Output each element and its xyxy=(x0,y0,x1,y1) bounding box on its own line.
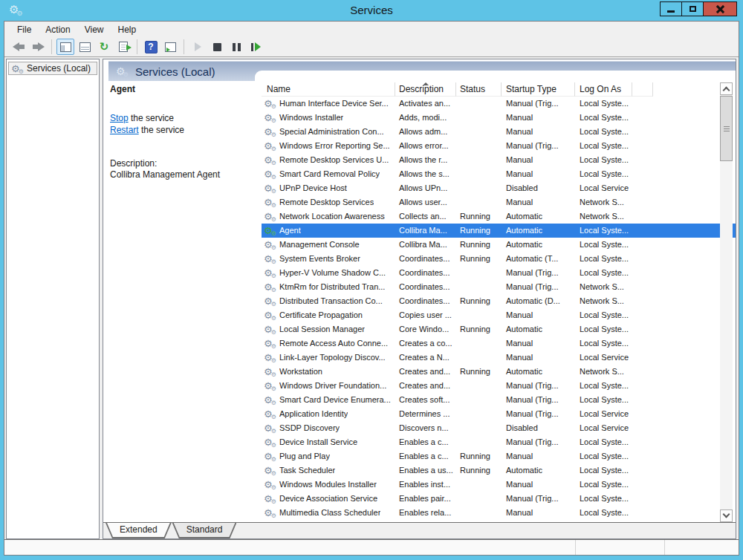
statusbar-cell xyxy=(664,540,739,555)
menu-file[interactable]: File xyxy=(10,23,39,36)
menu-action[interactable]: Action xyxy=(39,23,77,36)
pause-service-button[interactable] xyxy=(227,39,245,55)
properties-button[interactable] xyxy=(76,39,94,55)
blank-cell xyxy=(632,463,653,478)
service-startup-type: Disabled xyxy=(502,421,575,435)
service-row-workstation[interactable]: ⚙WorkstationCreates and...RunningAutomat… xyxy=(262,365,736,379)
service-description: Allows adm... xyxy=(395,125,456,139)
service-row-application-identity[interactable]: ⚙Application IdentityDetermines ...Manua… xyxy=(262,407,736,421)
refresh-button[interactable]: ↻ xyxy=(95,39,113,55)
service-row-remote-desktop-services[interactable]: ⚙Remote Desktop ServicesAllows user...Ma… xyxy=(262,195,736,209)
service-startup-type: Manual xyxy=(502,195,575,209)
service-row-network-location-awareness[interactable]: ⚙Network Location AwarenessCollects an..… xyxy=(262,209,736,224)
service-description: Enables a c... xyxy=(395,449,456,463)
service-gear-icon: ⚙ xyxy=(264,480,276,489)
blank-cell xyxy=(632,449,653,463)
service-row-ssdp-discovery[interactable]: ⚙SSDP DiscoveryDiscovers n...DisabledLoc… xyxy=(262,421,736,435)
service-row-plug-and-play[interactable]: ⚙Plug and PlayEnables a c...RunningManua… xyxy=(262,449,736,463)
tree-item-services-local[interactable]: ⚙ Services (Local) xyxy=(8,62,97,75)
menu-view[interactable]: View xyxy=(78,23,111,36)
close-button[interactable] xyxy=(703,1,737,16)
show-action-pane-button[interactable] xyxy=(161,39,179,55)
service-row-local-session-manager[interactable]: ⚙Local Session ManagerCore Windo...Runni… xyxy=(262,322,736,336)
service-row-agent[interactable]: ⚙AgentCollibra Ma...RunningAutomaticLoca… xyxy=(262,224,736,238)
column-header-description[interactable]: Description xyxy=(395,82,456,97)
service-gear-icon: ⚙ xyxy=(264,395,276,405)
services-gears-icon: ⚙ xyxy=(9,3,19,16)
help-button[interactable]: ? xyxy=(142,39,160,55)
service-row-windows-error-reporting-se[interactable]: ⚙Windows Error Reporting Se...Allows err… xyxy=(262,139,736,153)
restart-service-link[interactable]: Restart xyxy=(110,125,139,135)
service-logon-as: Local Syste... xyxy=(575,492,632,506)
service-status: Running xyxy=(456,365,502,379)
service-logon-as: Local Syste... xyxy=(575,238,632,252)
service-row-device-association-service[interactable]: ⚙Device Association ServiceEnables pair.… xyxy=(262,492,736,506)
show-console-tree-button[interactable] xyxy=(56,39,74,55)
menubar: FileActionViewHelp xyxy=(4,22,739,37)
restart-service-button[interactable] xyxy=(247,39,265,55)
service-logon-as: Local Syste... xyxy=(575,463,632,478)
close-icon xyxy=(716,5,724,13)
service-name: Device Association Service xyxy=(279,492,377,506)
tab-extended[interactable]: Extended xyxy=(106,523,172,538)
toolbar: ↻ ? xyxy=(4,37,739,57)
menu-help[interactable]: Help xyxy=(111,23,144,36)
blank-cell xyxy=(632,435,653,449)
stop-service-link[interactable]: Stop xyxy=(110,113,129,123)
stop-service-button[interactable] xyxy=(208,39,226,55)
service-row-windows-driver-foundation[interactable]: ⚙Windows Driver Foundation...Creates and… xyxy=(262,379,736,393)
tab-standard[interactable]: Standard xyxy=(172,523,237,538)
column-header-name[interactable]: Name xyxy=(262,82,395,97)
back-arrow-icon[interactable] xyxy=(10,39,27,55)
service-row-remote-access-auto-conne[interactable]: ⚙Remote Access Auto Conne...Creates a co… xyxy=(262,336,736,351)
service-row-hyper-v-volume-shadow-c[interactable]: ⚙Hyper-V Volume Shadow C...Coordinates..… xyxy=(262,266,736,280)
service-row-ktmrm-for-distributed-tran[interactable]: ⚙KtmRm for Distributed Tran...Coordinate… xyxy=(262,280,736,294)
service-name: Certificate Propagation xyxy=(279,308,363,322)
service-description: Allows user... xyxy=(395,195,456,209)
column-header-startup-type[interactable]: Startup Type xyxy=(502,82,575,97)
scrollbar-thumb[interactable] xyxy=(720,96,733,161)
service-row-device-install-service[interactable]: ⚙Device Install ServiceEnables a c...Man… xyxy=(262,435,736,449)
service-startup-type: Automatic (D... xyxy=(502,294,575,308)
service-row-smart-card-removal-policy[interactable]: ⚙Smart Card Removal PolicyAllows the s..… xyxy=(262,167,736,181)
service-row-smart-card-device-enumera[interactable]: ⚙Smart Card Device Enumera...Creates sof… xyxy=(262,393,736,407)
service-row-management-console[interactable]: ⚙Management ConsoleCollibra Ma...Running… xyxy=(262,238,736,252)
minimize-button[interactable] xyxy=(660,1,682,16)
scroll-up-button[interactable] xyxy=(720,82,733,95)
service-row-certificate-propagation[interactable]: ⚙Certificate PropagationCopies user ...M… xyxy=(262,308,736,322)
start-service-button[interactable] xyxy=(189,39,207,55)
service-startup-type: Automatic xyxy=(502,238,575,252)
service-row-distributed-transaction-co[interactable]: ⚙Distributed Transaction Co...Coordinate… xyxy=(262,294,736,308)
action-pane-icon xyxy=(165,42,176,52)
service-row-system-events-broker[interactable]: ⚙System Events BrokerCoordinates...Runni… xyxy=(262,252,736,266)
service-row-link-layer-topology-discov[interactable]: ⚙Link-Layer Topology Discov...Creates a … xyxy=(262,351,736,365)
service-gear-icon: ⚙ xyxy=(264,494,276,504)
column-header-log-on-as[interactable]: Log On As xyxy=(575,82,632,97)
service-row-windows-modules-installer[interactable]: ⚙Windows Modules InstallerEnables inst..… xyxy=(262,478,736,492)
blank-cell xyxy=(632,308,653,322)
restart-service-text: the service xyxy=(139,125,184,135)
column-header-status[interactable]: Status xyxy=(456,82,502,97)
service-description: Creates and... xyxy=(395,365,456,379)
service-row-special-administration-con[interactable]: ⚙Special Administration Con...Allows adm… xyxy=(262,125,736,139)
service-row-windows-installer[interactable]: ⚙Windows InstallerAdds, modi...ManualLoc… xyxy=(262,111,736,125)
service-row-human-interface-device-ser[interactable]: ⚙Human Interface Device Ser...Activates … xyxy=(262,97,736,111)
service-row-remote-desktop-services-u[interactable]: ⚙Remote Desktop Services U...Allows the … xyxy=(262,153,736,167)
service-status xyxy=(456,153,502,167)
service-name: Device Install Service xyxy=(279,435,357,449)
service-row-task-scheduler[interactable]: ⚙Task SchedulerEnables a us...RunningAut… xyxy=(262,463,736,478)
maximize-button[interactable] xyxy=(681,1,704,16)
blank-cell xyxy=(632,97,653,111)
tab-label: Standard xyxy=(173,523,236,537)
blank-cell xyxy=(632,195,653,209)
forward-arrow-icon[interactable] xyxy=(29,39,47,55)
service-row-upnp-device-host[interactable]: ⚙UPnP Device HostAllows UPn...DisabledLo… xyxy=(262,181,736,195)
service-logon-as: Local Service xyxy=(575,351,632,365)
service-row-multimedia-class-scheduler[interactable]: ⚙Multimedia Class SchedulerEnables rela.… xyxy=(262,506,736,520)
service-gear-icon: ⚙ xyxy=(264,466,276,475)
services-window: ⚙ Services FileActionViewHelp ↻ ? xyxy=(0,0,743,560)
description-label: Description: xyxy=(110,158,251,169)
scroll-down-button[interactable] xyxy=(720,509,733,522)
export-list-button[interactable] xyxy=(114,39,132,55)
service-name: Management Console xyxy=(279,238,360,252)
